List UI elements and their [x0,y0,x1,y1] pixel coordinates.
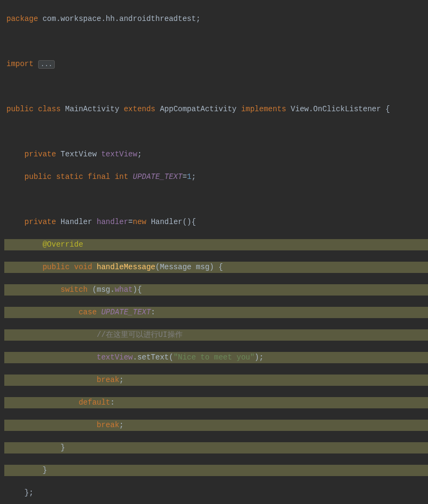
semicolon: ; [196,15,200,23]
code-line-highlighted[interactable]: //在这里可以进行UI操作 [4,329,428,341]
code-line[interactable]: private TextView textView; [4,149,428,160]
semicolon: ; [119,421,124,429]
keyword: private [6,218,61,226]
keyword: switch [6,285,92,294]
brace: } [6,466,47,474]
code-line-blank[interactable] [4,126,428,138]
code-line-highlighted[interactable]: @Override [4,239,428,250]
code-line-highlighted[interactable]: case UPDATE_TEXT: [4,307,428,318]
keyword: case [6,308,101,316]
operator: = [128,218,133,226]
code-line-highlighted[interactable]: } [4,465,428,476]
brace: }; [6,488,33,497]
code-line-highlighted[interactable]: break; [4,420,428,431]
end: ); [255,353,264,362]
semicolon: ; [137,150,142,159]
keyword: import [6,60,38,68]
keyword: implements [241,105,291,113]
field: what [115,285,133,294]
code-line-highlighted[interactable]: switch (msg.what){ [4,284,428,296]
field: textView [97,353,133,362]
code-line-highlighted[interactable]: textView.setText("Nice to meet you"); [4,352,428,363]
keyword: public [6,105,38,113]
modifiers: public void [6,263,97,271]
constant: UPDATE_TEXT [133,172,182,181]
semicolon: ; [119,376,124,384]
code-line-blank[interactable] [4,194,428,205]
code-line[interactable]: private Handler handler=new Handler(){ [4,217,428,228]
colon: : [110,398,114,407]
code-line-highlighted[interactable]: break; [4,375,428,386]
fold-ellipsis[interactable]: ... [38,60,55,69]
keyword: private [6,150,61,159]
interface-name: View.OnClickListener { [291,105,390,113]
type: TextView [61,150,101,159]
brace: } [6,443,65,452]
package-name: com.workspace.hh.androidthreadtest [38,15,196,23]
params: (Message msg) { [155,263,223,271]
class-name: AppCompatActivity [160,105,241,113]
constructor-call: Handler(){ [151,218,196,226]
code-line[interactable]: public class MainActivity extends AppCom… [4,104,428,115]
code-line[interactable]: import ... [4,59,428,70]
code-editor[interactable]: package com.workspace.hh.androidthreadte… [0,0,428,504]
keyword: class [38,105,65,113]
code-line[interactable]: }; [4,487,428,499]
constant: UPDATE_TEXT [101,308,150,316]
annotation: @Override [6,240,83,249]
modifiers: public static final int [6,172,133,181]
operator: = [183,172,187,181]
colon: : [151,308,155,316]
brace: ){ [133,285,142,294]
keyword: break [6,376,119,384]
expr: (msg. [92,285,115,294]
keyword: package [6,15,38,23]
type: Handler [61,218,97,226]
field: textView [101,150,137,159]
keyword: extends [124,105,159,113]
pad [6,353,97,362]
code-line-highlighted[interactable]: } [4,442,428,453]
keyword: break [6,421,119,429]
semicolon: ; [191,172,195,181]
code-line-blank[interactable] [4,36,428,47]
method-name: handleMessage [97,263,155,271]
method-call: .setText( [133,353,173,362]
code-line[interactable]: package com.workspace.hh.androidthreadte… [4,13,428,25]
code-line[interactable]: public static final int UPDATE_TEXT=1; [4,171,428,183]
comment: //在这里可以进行UI操作 [6,330,183,339]
class-name: MainActivity [65,105,124,113]
code-line-blank[interactable] [4,81,428,92]
keyword: default [6,398,110,407]
string: "Nice to meet you" [173,353,255,362]
field: handler [97,218,128,226]
code-line-highlighted[interactable]: public void handleMessage(Message msg) { [4,262,428,273]
keyword: new [133,218,151,226]
code-line-highlighted[interactable]: default: [4,397,428,408]
